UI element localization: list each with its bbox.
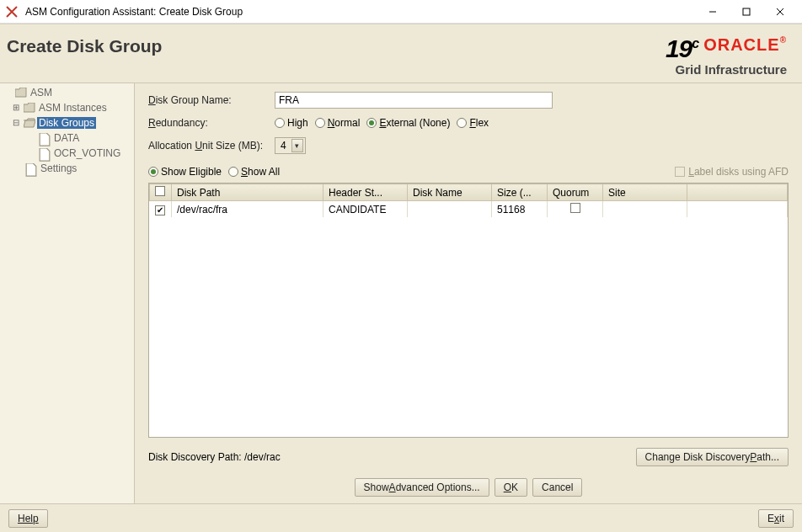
redundancy-external-radio[interactable]: External (None) [366,117,450,129]
cell-disk-name [408,201,492,218]
show-advanced-options-button[interactable]: Show Advanced Options... [355,478,489,497]
table-row[interactable]: ✔ /dev/rac/fra CANDIDATE 51168 [150,201,788,218]
folder-open-icon [24,118,35,128]
col-quorum[interactable]: Quorum [548,184,603,201]
tree-node-disk-groups[interactable]: Disk Groups [37,117,96,129]
app-icon [5,5,19,19]
show-all-radio[interactable]: Show All [228,166,280,178]
redundancy-normal-radio[interactable]: Normal [315,117,361,129]
quorum-checkbox[interactable] [570,203,580,213]
cell-size: 51168 [492,201,548,218]
disk-group-name-label: Disk Group Name: [148,94,275,106]
col-disk-path[interactable]: Disk Path [172,184,323,201]
change-discovery-path-button[interactable]: Change Disk Discovery Path... [636,448,789,466]
cancel-button[interactable]: Cancel [532,478,582,497]
allocation-unit-label: Allocation Unit Size (MB): [148,140,275,152]
page-title: Create Disk Group [7,36,162,56]
show-eligible-radio[interactable]: Show Eligible [148,166,222,178]
sidebar-tree[interactable]: ASM ⊞ ASM Instances ⊟ Disk Groups [0,83,135,503]
tree-node-asm-instances[interactable]: ASM Instances [37,102,109,114]
cell-site [603,201,687,218]
folder-icon [24,103,35,113]
tree-node-asm[interactable]: ASM [29,87,54,98]
ok-button[interactable]: OK [495,478,527,497]
expand-icon[interactable]: ⊞ [10,102,22,114]
file-icon [25,163,37,173]
tree-node-settings[interactable]: Settings [39,162,78,174]
disks-table[interactable]: Disk Path Header St... Disk Name Size (.… [148,183,789,438]
oracle-brand: 19c ORACLE® Grid Infrastructure [666,36,787,76]
row-checkbox[interactable]: ✔ [155,205,165,215]
redundancy-flex-radio[interactable]: Flex [457,117,489,129]
col-header-status[interactable]: Header St... [323,184,408,201]
col-size[interactable]: Size (... [492,184,548,201]
cell-header-status: CANDIDATE [323,201,408,218]
allocation-unit-select[interactable]: 4 ▾ [275,137,306,154]
discovery-path-label: Disk Discovery Path: /dev/rac [148,451,281,463]
window-title: ASM Configuration Assistant: Create Disk… [25,6,696,18]
exit-button[interactable]: Exit [758,509,794,528]
minimize-button[interactable] [696,2,730,22]
maximize-button[interactable] [730,2,763,22]
file-icon [39,148,51,158]
disk-group-name-input[interactable] [275,92,553,109]
folder-icon [15,88,27,98]
cell-disk-path: /dev/rac/fra [172,201,323,218]
tree-node-data[interactable]: DATA [52,132,81,144]
svg-rect-1 [743,8,750,15]
collapse-icon[interactable]: ⊟ [10,117,22,129]
close-button[interactable] [763,2,797,22]
col-disk-name[interactable]: Disk Name [408,184,492,201]
col-site[interactable]: Site [603,184,687,201]
label-disks-afd-checkbox: Label disks using AFD [675,166,789,178]
chevron-down-icon: ▾ [291,139,303,152]
redundancy-label: Redundancy: [148,117,275,129]
help-button[interactable]: Help [8,509,48,528]
select-all-checkbox[interactable] [150,184,172,201]
tree-node-ocr-voting[interactable]: OCR_VOTING [52,147,122,159]
redundancy-high-radio[interactable]: High [275,117,308,129]
file-icon [39,133,51,143]
titlebar: ASM Configuration Assistant: Create Disk… [0,0,802,24]
